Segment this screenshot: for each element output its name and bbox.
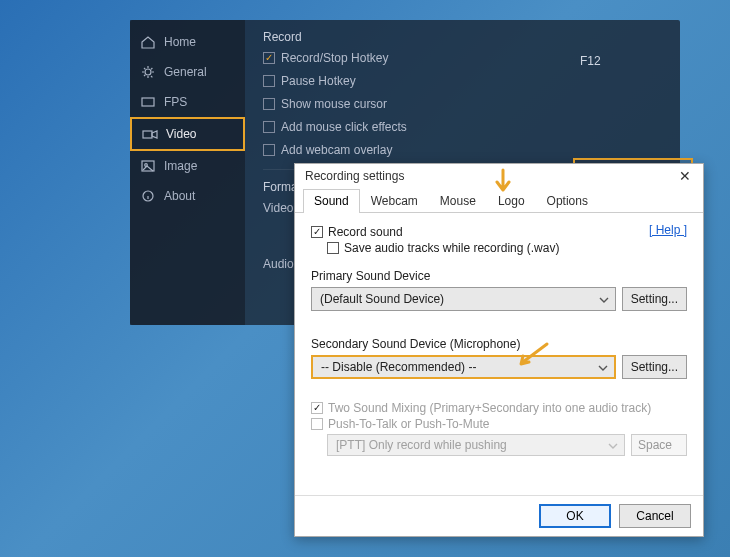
sidebar-item-about[interactable]: About bbox=[130, 181, 245, 211]
checkbox-icon bbox=[311, 402, 323, 414]
checkbox-icon[interactable] bbox=[263, 144, 275, 156]
image-icon bbox=[140, 159, 156, 173]
dialog-body: Record sound Save audio tracks while rec… bbox=[295, 213, 703, 495]
svg-rect-2 bbox=[143, 131, 152, 138]
hotkey-value: F12 bbox=[580, 54, 601, 68]
cancel-button[interactable]: Cancel bbox=[619, 504, 691, 528]
option-label: Show mouse cursor bbox=[281, 97, 387, 111]
recording-settings-dialog: Recording settings ✕ Sound Webcam Mouse … bbox=[294, 163, 704, 537]
option-label: Record/Stop Hotkey bbox=[281, 51, 388, 65]
record-sound-row[interactable]: Record sound bbox=[311, 225, 559, 239]
option-click-effects[interactable]: Add mouse click effects bbox=[263, 118, 662, 136]
fps-icon bbox=[140, 95, 156, 109]
sidebar-item-label: Home bbox=[164, 35, 196, 49]
checkbox-label: Save audio tracks while recording (.wav) bbox=[344, 241, 559, 255]
dialog-footer: OK Cancel bbox=[295, 495, 703, 536]
primary-device-select[interactable]: (Default Sound Device) bbox=[311, 287, 616, 311]
option-pause-hotkey[interactable]: Pause Hotkey bbox=[263, 72, 662, 90]
chevron-down-icon bbox=[599, 294, 609, 304]
checkbox-label: Two Sound Mixing (Primary+Secondary into… bbox=[328, 401, 651, 415]
select-value: (Default Sound Device) bbox=[320, 292, 444, 306]
tab-options[interactable]: Options bbox=[536, 189, 599, 213]
checkbox-icon[interactable] bbox=[327, 242, 339, 254]
annotation-arrow-icon bbox=[515, 340, 551, 370]
secondary-device-label: Secondary Sound Device (Microphone) bbox=[311, 337, 687, 351]
dialog-title: Recording settings bbox=[305, 169, 404, 183]
home-icon bbox=[140, 35, 156, 49]
ptt-mode-select: [PTT] Only record while pushing bbox=[327, 434, 625, 456]
sidebar-item-video[interactable]: Video bbox=[130, 117, 245, 151]
checkbox-icon[interactable] bbox=[263, 52, 275, 64]
sidebar-item-general[interactable]: General bbox=[130, 57, 245, 87]
close-icon[interactable]: ✕ bbox=[675, 168, 695, 184]
option-label: Add mouse click effects bbox=[281, 120, 407, 134]
help-link[interactable]: [ Help ] bbox=[649, 223, 687, 237]
annotation-arrow-icon bbox=[493, 168, 513, 196]
ok-button[interactable]: OK bbox=[539, 504, 611, 528]
chevron-down-icon bbox=[598, 362, 608, 372]
svg-point-0 bbox=[145, 69, 151, 75]
section-title-record: Record bbox=[263, 30, 662, 44]
format-video-label: Video bbox=[263, 201, 293, 215]
sidebar-item-label: Image bbox=[164, 159, 197, 173]
secondary-setting-button[interactable]: Setting... bbox=[622, 355, 687, 379]
primary-device-label: Primary Sound Device bbox=[311, 269, 687, 283]
sidebar-item-label: FPS bbox=[164, 95, 187, 109]
sidebar-item-label: Video bbox=[166, 127, 196, 141]
svg-rect-1 bbox=[142, 98, 154, 106]
ptt-row: Push-To-Talk or Push-To-Mute bbox=[311, 417, 687, 431]
sidebar-item-label: General bbox=[164, 65, 207, 79]
sidebar-item-home[interactable]: Home bbox=[130, 27, 245, 57]
checkbox-label: Push-To-Talk or Push-To-Mute bbox=[328, 417, 489, 431]
sidebar-item-image[interactable]: Image bbox=[130, 151, 245, 181]
ptt-key-field: Space bbox=[631, 434, 687, 456]
checkbox-icon[interactable] bbox=[311, 226, 323, 238]
checkbox-icon[interactable] bbox=[263, 121, 275, 133]
tab-mouse[interactable]: Mouse bbox=[429, 189, 487, 213]
tab-sound[interactable]: Sound bbox=[303, 189, 360, 213]
select-value: -- Disable (Recommended) -- bbox=[321, 360, 476, 374]
option-label: Pause Hotkey bbox=[281, 74, 356, 88]
video-icon bbox=[142, 127, 158, 141]
select-value: [PTT] Only record while pushing bbox=[336, 438, 507, 452]
format-audio-label: Audio bbox=[263, 257, 294, 271]
checkbox-label: Record sound bbox=[328, 225, 403, 239]
checkbox-icon[interactable] bbox=[263, 98, 275, 110]
option-label: Add webcam overlay bbox=[281, 143, 392, 157]
chevron-down-icon bbox=[608, 440, 618, 450]
checkbox-icon[interactable] bbox=[263, 75, 275, 87]
save-audio-row[interactable]: Save audio tracks while recording (.wav) bbox=[327, 241, 559, 255]
checkbox-icon bbox=[311, 418, 323, 430]
sidebar: Home General FPS Video Image About bbox=[130, 20, 245, 325]
option-webcam-overlay[interactable]: Add webcam overlay bbox=[263, 141, 662, 159]
option-show-cursor[interactable]: Show mouse cursor bbox=[263, 95, 662, 113]
primary-setting-button[interactable]: Setting... bbox=[622, 287, 687, 311]
sidebar-item-fps[interactable]: FPS bbox=[130, 87, 245, 117]
secondary-device-select[interactable]: -- Disable (Recommended) -- bbox=[311, 355, 616, 379]
option-record-hotkey[interactable]: Record/Stop Hotkey bbox=[263, 49, 662, 67]
info-icon bbox=[140, 189, 156, 203]
two-sound-mixing-row: Two Sound Mixing (Primary+Secondary into… bbox=[311, 401, 687, 415]
sidebar-item-label: About bbox=[164, 189, 195, 203]
tab-webcam[interactable]: Webcam bbox=[360, 189, 429, 213]
gear-icon bbox=[140, 65, 156, 79]
